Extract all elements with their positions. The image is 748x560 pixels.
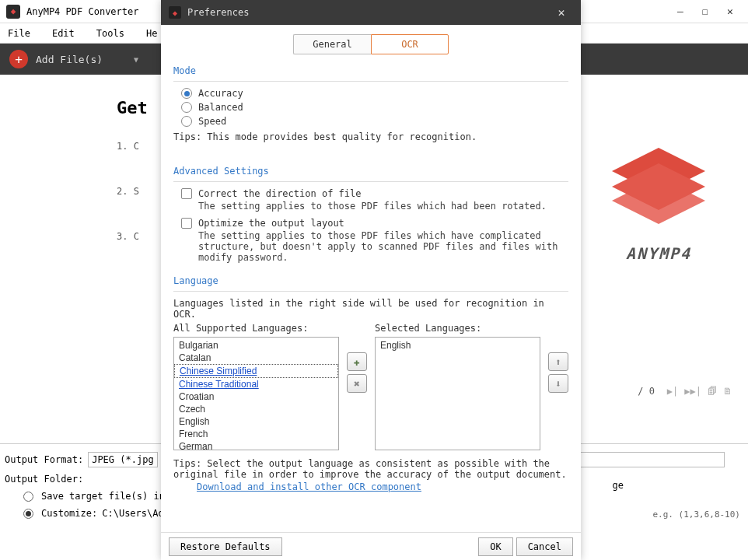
- range-hint: e.g. (1,3,6,8-10): [652, 509, 740, 520]
- restore-defaults-button[interactable]: Restore Defaults: [169, 537, 282, 556]
- add-language-button[interactable]: ✚: [347, 352, 367, 371]
- divider: [173, 181, 568, 182]
- list-item[interactable]: English: [376, 339, 540, 352]
- tab-ocr[interactable]: OCR: [371, 34, 449, 54]
- close-button[interactable]: ✕: [718, 2, 742, 21]
- mode-balanced-label: Balanced: [198, 102, 243, 113]
- copy-icon[interactable]: 🗐: [708, 386, 717, 397]
- divider: [173, 291, 568, 292]
- dialog-body: General OCR Mode Accuracy Balanced Speed…: [161, 25, 581, 532]
- dialog-title: Preferences: [187, 7, 550, 18]
- list-item[interactable]: Chinese Traditional: [174, 378, 338, 390]
- preferences-dialog: ◆ Preferences ✕ General OCR Mode Accurac…: [161, 0, 581, 560]
- language-tip: Tips: Select the output language as cons…: [173, 458, 568, 480]
- save-target-label: Save target file(s) in s: [41, 491, 176, 502]
- mode-speed-radio[interactable]: [181, 116, 192, 127]
- download-ocr-link[interactable]: Download and install other OCR component: [197, 481, 421, 492]
- output-format-label: Output Format:: [5, 454, 83, 465]
- next-page-icon[interactable]: ▶▶|: [684, 386, 701, 397]
- mode-accuracy-label: Accuracy: [198, 88, 243, 99]
- correct-direction-note: The setting applies to those PDF files w…: [198, 201, 568, 212]
- menu-file[interactable]: File: [8, 28, 30, 39]
- mode-accuracy-radio[interactable]: [181, 88, 192, 99]
- advanced-section-label: Advanced Settings: [173, 166, 568, 177]
- save-target-radio[interactable]: [23, 492, 33, 502]
- menu-edit[interactable]: Edit: [52, 28, 75, 39]
- divider: [173, 81, 568, 82]
- tab-general[interactable]: General: [293, 34, 371, 54]
- customize-label: Customize:: [41, 508, 97, 519]
- mode-section-label: Mode: [173, 65, 568, 76]
- list-item[interactable]: Catalan: [174, 352, 338, 364]
- window-controls: — ☐ ✕: [669, 2, 742, 21]
- tab-row: General OCR: [173, 34, 568, 54]
- all-languages-head: All Supported Languages:: [173, 323, 339, 334]
- language-area: All Supported Languages: Bulgarian Catal…: [173, 323, 568, 450]
- selected-languages-listbox[interactable]: English: [375, 337, 540, 450]
- mode-tip: Tips: This mode provides best quality fo…: [173, 131, 568, 142]
- mode-speed-label: Speed: [198, 116, 226, 127]
- list-item[interactable]: German: [174, 440, 338, 450]
- list-item[interactable]: French: [174, 428, 338, 440]
- list-item[interactable]: Chinese Simplified: [174, 364, 338, 378]
- output-folder-label: Output Folder:: [5, 474, 83, 485]
- brand-text: ANYMP4: [600, 244, 717, 263]
- range-label: ge: [613, 480, 624, 491]
- dialog-titlebar: ◆ Preferences ✕: [161, 0, 581, 25]
- list-item[interactable]: Czech: [174, 403, 338, 415]
- remove-language-button[interactable]: ✖: [347, 374, 367, 393]
- menu-help[interactable]: He: [146, 28, 157, 39]
- move-up-button[interactable]: ⬆: [548, 352, 568, 371]
- add-files-button[interactable]: + Add File(s) ▼: [9, 50, 138, 68]
- menu-tools[interactable]: Tools: [96, 28, 124, 39]
- all-languages-listbox[interactable]: Bulgarian Catalan Chinese Simplified Chi…: [173, 337, 339, 450]
- dialog-logo-icon: ◆: [169, 6, 181, 19]
- mode-balanced-radio[interactable]: [181, 102, 192, 113]
- correct-direction-label: Correct the direction of file: [198, 188, 362, 199]
- maximize-button[interactable]: ☐: [694, 2, 717, 21]
- cancel-button[interactable]: Cancel: [516, 537, 573, 556]
- dialog-close-button[interactable]: ✕: [550, 5, 573, 19]
- ok-button[interactable]: OK: [478, 537, 512, 556]
- page-counter: / 0: [638, 386, 655, 397]
- chevron-down-icon[interactable]: ▼: [134, 55, 138, 64]
- optimize-layout-note: The setting applies to those PDF files w…: [198, 230, 568, 263]
- optimize-layout-label: Optimize the output layout: [198, 218, 344, 229]
- optimize-layout-checkbox[interactable]: [181, 218, 192, 229]
- minimize-button[interactable]: —: [669, 2, 692, 21]
- list-item[interactable]: Croatian: [174, 390, 338, 403]
- range-input[interactable]: [577, 452, 725, 467]
- language-section-label: Language: [173, 275, 568, 286]
- customize-radio[interactable]: [23, 509, 33, 519]
- add-files-label: Add File(s): [36, 54, 103, 65]
- plus-icon: +: [9, 50, 28, 68]
- app-logo-icon: ◆: [6, 5, 20, 19]
- list-item[interactable]: English: [174, 415, 338, 428]
- dialog-footer: Restore Defaults OK Cancel: [161, 532, 581, 560]
- output-format-field[interactable]: [88, 452, 158, 467]
- selected-languages-head: Selected Languages:: [375, 323, 540, 334]
- language-note: Languages listed in the right side will …: [173, 298, 568, 320]
- brand-logo: ANYMP4: [600, 140, 717, 263]
- correct-direction-checkbox[interactable]: [181, 188, 192, 199]
- snapshot-icon[interactable]: 🗎: [723, 386, 732, 397]
- move-down-button[interactable]: ⬇: [548, 374, 568, 393]
- prev-page-icon[interactable]: ▶|: [667, 386, 678, 397]
- list-item[interactable]: Bulgarian: [174, 339, 338, 352]
